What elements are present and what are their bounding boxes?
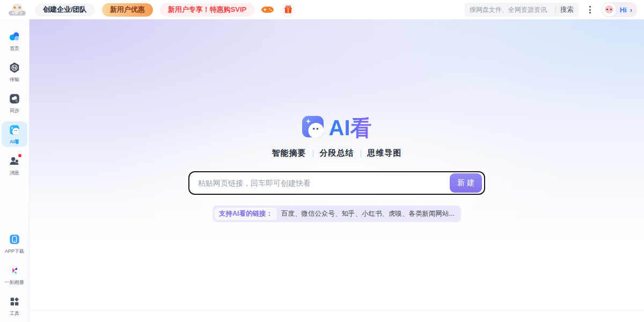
ai-view-logo-icon bbox=[302, 116, 324, 140]
sidebar-item-label: 消息 bbox=[10, 171, 19, 176]
notification-dot bbox=[18, 154, 21, 157]
feature-section-summary: 分段总结 bbox=[320, 148, 354, 158]
gift-icon[interactable] bbox=[281, 3, 295, 17]
sidebar-item-tools[interactable]: 工具 bbox=[2, 293, 27, 319]
transfer-icon bbox=[9, 62, 20, 76]
album-icon bbox=[9, 265, 20, 279]
feature-list: 智能摘要 分段总结 思维导图 bbox=[272, 148, 402, 158]
greeting-label: Hi bbox=[620, 6, 627, 14]
sidebar-top-group: 首页 传输 bbox=[2, 28, 27, 178]
sidebar-item-app-download[interactable]: APP下载 bbox=[2, 231, 27, 257]
mascot-icon bbox=[12, 4, 23, 12]
search-divider bbox=[555, 6, 556, 13]
link-input[interactable] bbox=[189, 172, 450, 194]
hint-sites: 百度、微信公众号、知乎、小红书、虎嗅、各类新闻网站... bbox=[281, 209, 455, 218]
sidebar-item-label: APP下载 bbox=[5, 249, 24, 254]
tools-icon bbox=[9, 296, 20, 310]
app-logo[interactable]: VIP 7 bbox=[6, 4, 28, 16]
feature-smart-summary: 智能摘要 bbox=[272, 148, 306, 158]
sidebar-item-label: 一刻相册 bbox=[5, 280, 24, 286]
sidebar-item-sync[interactable]: 同步 bbox=[2, 90, 27, 116]
avatar bbox=[602, 2, 617, 17]
create-team-button[interactable]: 创建企业/团队 bbox=[35, 3, 95, 17]
ai-view-logo: AI看 bbox=[302, 116, 372, 140]
hint-label: 支持AI看的链接： bbox=[215, 208, 277, 220]
svip-promo-button[interactable]: 新用户专享！特惠购SVIP bbox=[160, 3, 255, 17]
sidebar-item-label: 同步 bbox=[10, 108, 19, 114]
sidebar-item-home[interactable]: 首页 bbox=[2, 28, 27, 54]
topbar-left-group: VIP 7 创建企业/团队 新用户优惠 新用户专享！特惠购SVIP bbox=[0, 3, 295, 17]
link-input-container: 新 建 bbox=[188, 171, 485, 195]
sync-icon bbox=[9, 93, 20, 107]
feature-mind-map: 思维导图 bbox=[368, 148, 402, 158]
sidebar: 首页 传输 bbox=[0, 19, 30, 322]
ai-view-logo-text: AI看 bbox=[329, 117, 372, 138]
home-icon bbox=[9, 31, 20, 45]
app-download-icon bbox=[9, 233, 20, 247]
more-menu-icon[interactable] bbox=[587, 4, 593, 16]
search-input[interactable] bbox=[470, 6, 551, 13]
topbar-right-group: 搜索 Hi › bbox=[465, 2, 644, 17]
ai-view-icon bbox=[9, 124, 20, 138]
sidebar-item-transfer[interactable]: 传输 bbox=[2, 59, 27, 85]
create-button[interactable]: 新 建 bbox=[450, 173, 482, 193]
sidebar-item-label: 传输 bbox=[10, 77, 19, 83]
game-icon[interactable] bbox=[261, 5, 274, 14]
sidebar-item-label: 工具 bbox=[10, 311, 19, 317]
chevron-right-icon: › bbox=[630, 6, 632, 14]
sidebar-item-label: 首页 bbox=[10, 46, 19, 52]
new-user-offer-button[interactable]: 新用户优惠 bbox=[102, 3, 153, 17]
sidebar-item-album[interactable]: 一刻相册 bbox=[2, 262, 27, 288]
main-content: AI看 智能摘要 分段总结 思维导图 新 建 支持AI看的链接： 百度、微信公众… bbox=[30, 19, 644, 311]
sidebar-item-messages[interactable]: 消息 bbox=[2, 152, 27, 178]
top-bar: VIP 7 创建企业/团队 新用户优惠 新用户专享！特惠购SVIP bbox=[0, 0, 644, 19]
sidebar-item-ai-view[interactable]: AI看 bbox=[2, 121, 27, 147]
footer-strip bbox=[30, 311, 644, 322]
feature-divider bbox=[313, 150, 313, 157]
supported-links-hint: 支持AI看的链接： 百度、微信公众号、知乎、小红书、虎嗅、各类新闻网站... bbox=[213, 206, 461, 222]
feature-divider bbox=[361, 150, 361, 157]
ai-view-panel: AI看 智能摘要 分段总结 思维导图 新 建 支持AI看的链接： 百度、微信公众… bbox=[30, 19, 644, 222]
global-search-box: 搜索 bbox=[465, 3, 579, 17]
sidebar-bottom-group: APP下载 一刻相册 工具 bbox=[2, 231, 27, 319]
user-account[interactable]: Hi › bbox=[602, 2, 638, 17]
search-button[interactable]: 搜索 bbox=[560, 5, 574, 14]
sidebar-item-label: AI看 bbox=[10, 140, 19, 145]
